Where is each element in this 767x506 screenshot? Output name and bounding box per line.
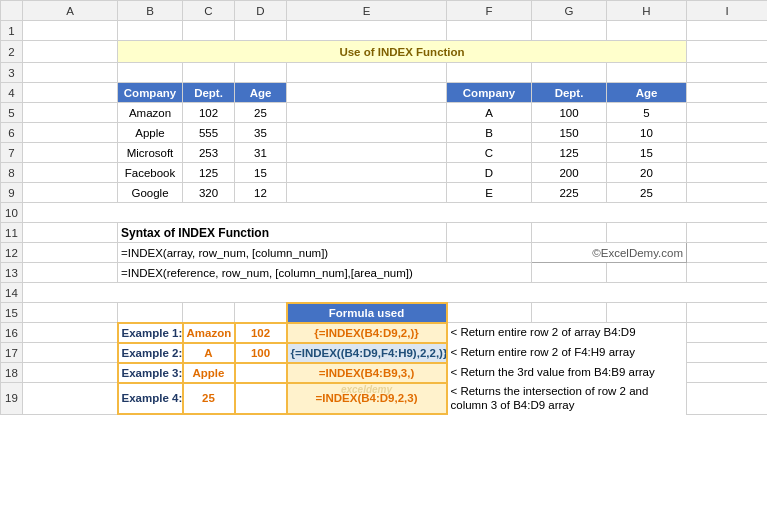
example2-value1: A: [183, 343, 235, 363]
cell-i12: [687, 243, 768, 263]
right-r3-company: C: [447, 143, 532, 163]
example3-value2: [235, 363, 287, 383]
row-4: 4 Company Dept. Age Company Dept. Age: [1, 83, 768, 103]
row-6: 6 Apple 555 35 B 150 10: [1, 123, 768, 143]
cell-row10: [23, 203, 768, 223]
cell-i9: [687, 183, 768, 203]
watermark-overlay: exceldemy: [288, 384, 446, 395]
cell-a16: [23, 323, 118, 343]
right-r4-age: 20: [607, 163, 687, 183]
syntax-line1: =INDEX(array, row_num, [column_num]): [118, 243, 447, 263]
cell-g11: [532, 223, 607, 243]
row-num-6: 6: [1, 123, 23, 143]
col-header-c: C: [183, 1, 235, 21]
cell-f15: [447, 303, 532, 323]
cell-a7: [23, 143, 118, 163]
cell-f12: [447, 243, 532, 263]
example2-value2: 100: [235, 343, 287, 363]
left-r4-dept: 125: [183, 163, 235, 183]
cell-g13: [532, 263, 607, 283]
row-3: 3: [1, 63, 768, 83]
cell-e4: [287, 83, 447, 103]
cell-e1: [287, 21, 447, 41]
row-7: 7 Microsoft 253 31 C 125 15: [1, 143, 768, 163]
cell-a4: [23, 83, 118, 103]
cell-e6: [287, 123, 447, 143]
cell-i3: [687, 63, 768, 83]
cell-a13: [23, 263, 118, 283]
right-r2-dept: 150: [532, 123, 607, 143]
cell-b3: [118, 63, 183, 83]
left-r3-company: Microsoft: [118, 143, 183, 163]
cell-d1: [235, 21, 287, 41]
syntax-line2: =INDEX(reference, row_num, [column_num],…: [118, 263, 532, 283]
row-13: 13 =INDEX(reference, row_num, [column_nu…: [1, 263, 768, 283]
row-12: 12 =INDEX(array, row_num, [column_num]) …: [1, 243, 768, 263]
row-num-13: 13: [1, 263, 23, 283]
cell-a6: [23, 123, 118, 143]
left-r3-dept: 253: [183, 143, 235, 163]
cell-i8: [687, 163, 768, 183]
example3-value1: Apple: [183, 363, 235, 383]
cell-a11: [23, 223, 118, 243]
example1-value1: Amazon: [183, 323, 235, 343]
example1-label: Example 1:: [118, 323, 183, 343]
cell-f3: [447, 63, 532, 83]
cell-row14: [23, 283, 768, 303]
left-r2-company: Apple: [118, 123, 183, 143]
col-header-d: D: [235, 1, 287, 21]
cell-h15: [607, 303, 687, 323]
example2-label: Example 2:: [118, 343, 183, 363]
left-r5-dept: 320: [183, 183, 235, 203]
example2-formula: {=INDEX((B4:D9,F4:H9),2,2,)}: [287, 343, 447, 363]
cell-h11: [607, 223, 687, 243]
cell-g3: [532, 63, 607, 83]
example-row-2: 17 Example 2: A 100 {=INDEX((B4:D9,F4:H9…: [1, 343, 768, 363]
example-row-3: 18 Example 3: Apple =INDEX(B4:B9,3,) < R…: [1, 363, 768, 383]
right-r2-company: B: [447, 123, 532, 143]
example2-comment: < Return entire row 2 of F4:H9 array: [447, 343, 687, 363]
col-header-a: A: [23, 1, 118, 21]
cell-e5: [287, 103, 447, 123]
col-header-g: G: [532, 1, 607, 21]
cell-i19: [687, 383, 768, 415]
cell-i7: [687, 143, 768, 163]
col-header-i: I: [687, 1, 768, 21]
cell-a19: [23, 383, 118, 415]
cell-e3: [287, 63, 447, 83]
col-header-row: A B C D E F G H I: [1, 1, 768, 21]
syntax-label: Syntax of INDEX Function: [118, 223, 447, 243]
left-r1-company: Amazon: [118, 103, 183, 123]
right-table-header-dept: Dept.: [532, 83, 607, 103]
row-num-14: 14: [1, 283, 23, 303]
row-num-11: 11: [1, 223, 23, 243]
right-r1-age: 5: [607, 103, 687, 123]
cell-i16: [687, 323, 768, 343]
cell-g15: [532, 303, 607, 323]
right-r4-company: D: [447, 163, 532, 183]
example3-formula: =INDEX(B4:B9,3,): [287, 363, 447, 383]
right-r5-company: E: [447, 183, 532, 203]
spreadsheet: A B C D E F G H I 1 2 Use of INDEX Funct…: [0, 0, 767, 415]
left-r5-age: 12: [235, 183, 287, 203]
row-15: 15 Formula used: [1, 303, 768, 323]
example1-formula: {=INDEX(B4:D9,2,)}: [287, 323, 447, 343]
right-r2-age: 10: [607, 123, 687, 143]
left-r4-age: 15: [235, 163, 287, 183]
row-num-9: 9: [1, 183, 23, 203]
left-table-header-dept: Dept.: [183, 83, 235, 103]
row-num-8: 8: [1, 163, 23, 183]
row-num-4: 4: [1, 83, 23, 103]
cell-c15: [183, 303, 235, 323]
example3-comment: < Return the 3rd value from B4:B9 array: [447, 363, 687, 383]
row-11: 11 Syntax of INDEX Function: [1, 223, 768, 243]
col-header-b: B: [118, 1, 183, 21]
right-r5-dept: 225: [532, 183, 607, 203]
cell-e8: [287, 163, 447, 183]
cell-i1: [687, 21, 768, 41]
cell-i18: [687, 363, 768, 383]
example-row-4: 19 Example 4: 25 =INDEX(B4:D9,2,3) excel…: [1, 383, 768, 415]
title-cell: Use of INDEX Function: [118, 41, 687, 63]
cell-a9: [23, 183, 118, 203]
cell-h13: [607, 263, 687, 283]
